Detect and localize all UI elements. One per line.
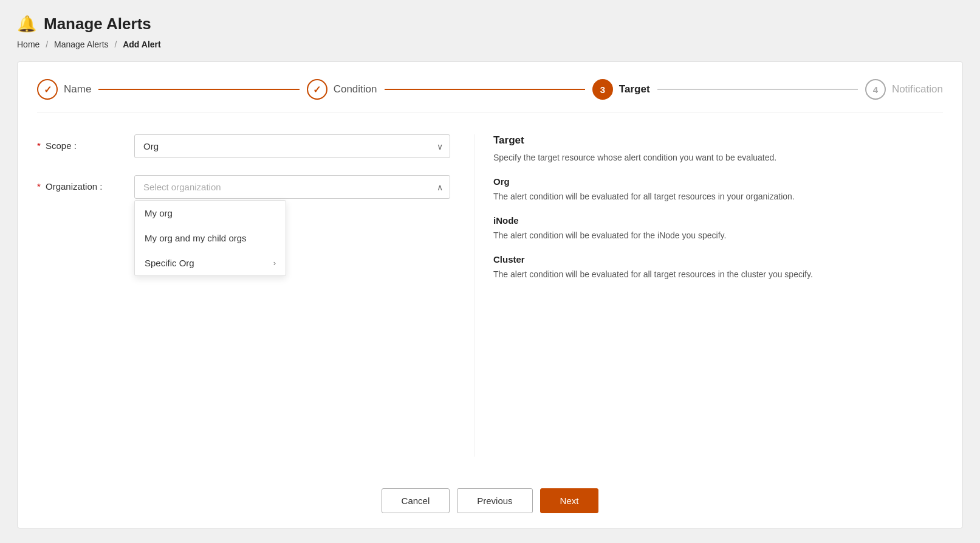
page-title: Manage Alerts (44, 15, 151, 33)
info-org-title: Org (493, 176, 943, 187)
organization-select[interactable]: Select organization (134, 175, 450, 199)
breadcrumb-sep-1: / (46, 40, 48, 49)
page-title-container: 🔔 Manage Alerts (17, 15, 963, 33)
step-name-label: Name (64, 83, 91, 95)
info-org-desc: The alert condition will be evaluated fo… (493, 190, 943, 203)
stepper: ✓ Name ✓ Condition 3 Target 4 Notificati (37, 79, 943, 112)
info-inode-title: iNode (493, 215, 943, 226)
info-cluster-desc: The alert condition will be evaluated fo… (493, 268, 943, 281)
bell-icon: 🔔 (17, 15, 36, 33)
organization-control-wrap: Select organization ∧ My org My org and … (134, 175, 450, 199)
breadcrumb-sep-2: / (114, 40, 117, 49)
step-line-1 (98, 89, 299, 90)
dropdown-item-my-org[interactable]: My org (135, 201, 286, 226)
step-condition: ✓ Condition (307, 79, 377, 100)
next-button[interactable]: Next (540, 488, 599, 513)
step-notification-circle: 4 (865, 79, 886, 100)
step-target-label: Target (619, 83, 650, 95)
form-section: * Scope : Org ∨ * Organization : (37, 134, 475, 457)
main-card: ✓ Name ✓ Condition 3 Target 4 Notificati (17, 61, 963, 528)
step-line-3 (657, 89, 858, 90)
footer-buttons: Cancel Previous Next (37, 476, 943, 513)
breadcrumb-add-alert: Add Alert (123, 40, 160, 49)
step-target: 3 Target (592, 79, 650, 100)
step-notification: 4 Notification (865, 79, 943, 100)
step-line-2 (385, 89, 585, 90)
dropdown-item-my-org-and-child[interactable]: My org and my child orgs (135, 226, 286, 251)
breadcrumb-manage-alerts[interactable]: Manage Alerts (54, 40, 109, 49)
previous-button[interactable]: Previous (457, 488, 532, 513)
organization-row: * Organization : Select organization ∧ M… (37, 175, 450, 199)
scope-control-wrap: Org ∨ (134, 134, 450, 158)
step-notification-number: 4 (873, 85, 878, 95)
info-section: Target Specify the target resource whose… (475, 134, 943, 457)
step-notification-label: Notification (892, 83, 943, 95)
step-name: ✓ Name (37, 79, 91, 100)
info-cluster-title: Cluster (493, 254, 943, 265)
org-required-star: * (37, 181, 41, 192)
scope-label: * Scope : (37, 134, 134, 151)
scope-required-star: * (37, 140, 41, 151)
content-area: * Scope : Org ∨ * Organization : (37, 134, 943, 457)
step-name-circle: ✓ (37, 79, 58, 100)
info-inode-desc: The alert condition will be evaluated fo… (493, 229, 943, 242)
cancel-button[interactable]: Cancel (382, 488, 450, 513)
scope-select-wrapper: Org ∨ (134, 134, 450, 158)
step-condition-label: Condition (334, 83, 377, 95)
org-select-wrapper: Select organization ∧ (134, 175, 450, 199)
step-target-number: 3 (600, 85, 605, 95)
breadcrumb: Home / Manage Alerts / Add Alert (17, 40, 963, 49)
scope-select[interactable]: Org (134, 134, 450, 158)
dropdown-item-specific-org[interactable]: Specific Org › (135, 251, 286, 275)
step-target-circle: 3 (592, 79, 613, 100)
specific-org-submenu-icon: › (273, 258, 276, 268)
scope-row: * Scope : Org ∨ (37, 134, 450, 158)
organization-label: * Organization : (37, 175, 134, 192)
organization-dropdown: My org My org and my child orgs Specific… (134, 200, 286, 276)
info-main-title: Target (493, 134, 943, 147)
step-condition-circle: ✓ (307, 79, 327, 100)
info-main-desc: Specify the target resource whose alert … (493, 151, 943, 164)
breadcrumb-home[interactable]: Home (17, 40, 39, 49)
